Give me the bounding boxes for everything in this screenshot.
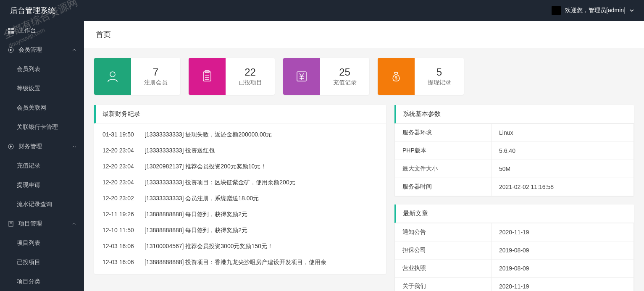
table-key: 通知公告 — [395, 223, 492, 241]
sidebar-item-label: 项目管理 — [18, 220, 42, 228]
log-row: 12-20 23:04[13333333333] 投资项目：区块链紫金矿，使用余… — [94, 175, 386, 191]
document-icon — [8, 220, 14, 227]
stat-number: 7 — [153, 66, 158, 78]
table-value: 2019-08-09 — [492, 260, 634, 278]
log-row: 01-31 19:50[13333333333] 提现失败，返还金额200000… — [94, 127, 386, 143]
table-value: 2019-08-09 — [492, 241, 634, 260]
table-key: 担保公司 — [395, 241, 492, 260]
panel-articles: 最新文章 通知公告2020-11-19担保公司2019-08-09营业执照201… — [394, 204, 634, 291]
sidebar-item-label: 已投项目 — [17, 259, 40, 266]
breadcrumb: 首页 — [84, 21, 644, 48]
sidebar-item-label: 流水记录查询 — [17, 201, 52, 208]
panel-title: 系统基本参数 — [394, 105, 634, 123]
table-row: PHP版本5.6.40 — [395, 142, 634, 160]
stat-card-projects[interactable]: 22已投项目 — [189, 58, 275, 95]
log-time: 12-20 23:02 — [103, 195, 145, 202]
svg-rect-2 — [8, 31, 11, 34]
sidebar-item-flow-query[interactable]: 流水记录查询 — [0, 195, 84, 214]
stat-label: 注册会员 — [144, 79, 168, 87]
table-value: 2020-11-19 — [492, 223, 634, 241]
table-value: 2021-02-02 11:16:58 — [492, 178, 634, 196]
chevron-circle-icon — [8, 143, 14, 150]
chevron-down-icon — [630, 7, 634, 14]
stat-number: 25 — [339, 66, 350, 78]
log-text: [13888888888] 每日签到，获得奖励2元 — [145, 227, 378, 234]
table-key: 关于我们 — [395, 278, 492, 291]
grid-icon — [8, 27, 14, 34]
table-row[interactable]: 关于我们2020-11-19 — [395, 278, 634, 291]
log-text: [13100004567] 推荐会员投资3000元奖励150元！ — [145, 243, 378, 250]
panel-title: 最新财务纪录 — [94, 105, 386, 123]
sidebar-item-finance[interactable]: 财务管理 — [0, 137, 84, 156]
log-row: 12-10 11:50[13888888888] 每日签到，获得奖励2元 — [94, 223, 386, 239]
svg-rect-0 — [8, 28, 11, 30]
chevron-up-icon — [72, 220, 76, 227]
sidebar-item-label: 项目分类 — [17, 278, 40, 286]
sidebar: 工作台 会员管理 会员列表 等级设置 会员关联网 关联银行卡管理 财务管理 充值… — [0, 21, 84, 291]
stat-number: 5 — [436, 66, 442, 78]
log-time: 01-31 19:50 — [103, 131, 145, 139]
sidebar-item-project-list[interactable]: 项目列表 — [0, 233, 84, 253]
table-value: 5.6.40 — [492, 142, 634, 160]
main-content: 首页 7注册会员 22已投项目 25充值记录 $ 5提现记录 — [84, 21, 644, 291]
stat-number: 22 — [244, 66, 256, 78]
sidebar-item-bankcard-mgmt[interactable]: 关联银行卡管理 — [0, 118, 84, 137]
chevron-circle-icon — [8, 47, 14, 53]
sidebar-item-recharge-records[interactable]: 充值记录 — [0, 156, 84, 176]
stat-card-members[interactable]: 7注册会员 — [94, 58, 180, 95]
welcome-text: 欢迎您，管理员[admin] — [565, 7, 626, 14]
sidebar-item-label: 项目列表 — [17, 239, 40, 247]
sidebar-item-members[interactable]: 会员管理 — [0, 40, 84, 60]
sidebar-item-withdraw-apply[interactable]: 提现申请 — [0, 176, 84, 195]
topbar: 后台管理系统 欢迎您，管理员[admin] — [0, 0, 644, 21]
sidebar-item-label: 财务管理 — [18, 143, 42, 150]
stat-label: 已投项目 — [239, 79, 262, 87]
log-time: 12-20 23:04 — [103, 179, 145, 186]
log-text: [13333333333] 提现失败，返还金额200000.00元 — [145, 131, 378, 139]
log-text: [13020982137] 推荐会员投资200元奖励10元！ — [145, 163, 378, 170]
log-time: 12-20 23:04 — [103, 147, 145, 155]
stat-card-withdraw[interactable]: $ 5提现记录 — [378, 58, 464, 95]
log-row: 12-20 23:04[13333333333] 投资送红包 — [94, 143, 386, 159]
sidebar-item-invested-projects[interactable]: 已投项目 — [0, 253, 84, 272]
log-time: 12-11 19:26 — [103, 211, 145, 218]
svg-rect-1 — [11, 28, 14, 30]
sidebar-item-level-settings[interactable]: 等级设置 — [0, 79, 84, 98]
log-time: 12-03 16:06 — [103, 259, 145, 266]
sidebar-item-label: 会员列表 — [17, 66, 40, 73]
sidebar-item-label: 关联银行卡管理 — [17, 123, 58, 131]
sidebar-item-label: 等级设置 — [17, 85, 40, 92]
sidebar-item-label: 工作台 — [18, 27, 36, 34]
table-key: 服务器时间 — [395, 178, 492, 196]
sidebar-item-label: 充值记录 — [17, 162, 40, 170]
table-value: Linux — [492, 124, 634, 142]
user-icon — [94, 58, 131, 95]
table-value: 2020-11-19 — [492, 278, 634, 291]
moneybag-icon: $ — [378, 58, 415, 95]
stat-label: 提现记录 — [428, 79, 451, 87]
log-text: [13333333333] 投资送红包 — [145, 147, 378, 155]
sidebar-item-member-network[interactable]: 会员关联网 — [0, 98, 84, 118]
panel-finance-logs: 最新财务纪录 01-31 19:50[13333333333] 提现失败，返还金… — [94, 105, 386, 274]
user-menu[interactable]: 欢迎您，管理员[admin] — [552, 6, 634, 15]
sidebar-item-label: 会员关联网 — [17, 104, 46, 112]
sidebar-item-projects[interactable]: 项目管理 — [0, 214, 84, 233]
table-row[interactable]: 营业执照2019-08-09 — [395, 260, 634, 278]
sidebar-item-project-category[interactable]: 项目分类 — [0, 272, 84, 291]
panel-title: 最新文章 — [394, 204, 634, 223]
stat-row: 7注册会员 22已投项目 25充值记录 $ 5提现记录 — [94, 58, 634, 95]
stat-card-recharge[interactable]: 25充值记录 — [283, 58, 369, 95]
clipboard-icon — [189, 58, 226, 95]
table-key: 服务器环境 — [395, 124, 492, 142]
sidebar-item-label: 会员管理 — [18, 46, 42, 54]
log-text: [13888888888] 每日签到，获得奖励2元 — [145, 211, 378, 218]
sidebar-item-dashboard[interactable]: 工作台 — [0, 21, 84, 40]
table-row: 服务器时间2021-02-02 11:16:58 — [395, 178, 634, 196]
table-value: 50M — [492, 160, 634, 178]
log-row: 12-11 19:26[13888888888] 每日签到，获得奖励2元 — [94, 207, 386, 223]
table-row[interactable]: 担保公司2019-08-09 — [395, 241, 634, 260]
table-row[interactable]: 通知公告2020-11-19 — [395, 223, 634, 241]
sidebar-item-member-list[interactable]: 会员列表 — [0, 60, 84, 79]
log-time: 12-20 23:04 — [103, 163, 145, 170]
log-row: 12-20 23:02[13333333333] 会员注册，系统赠送18.00元 — [94, 191, 386, 207]
